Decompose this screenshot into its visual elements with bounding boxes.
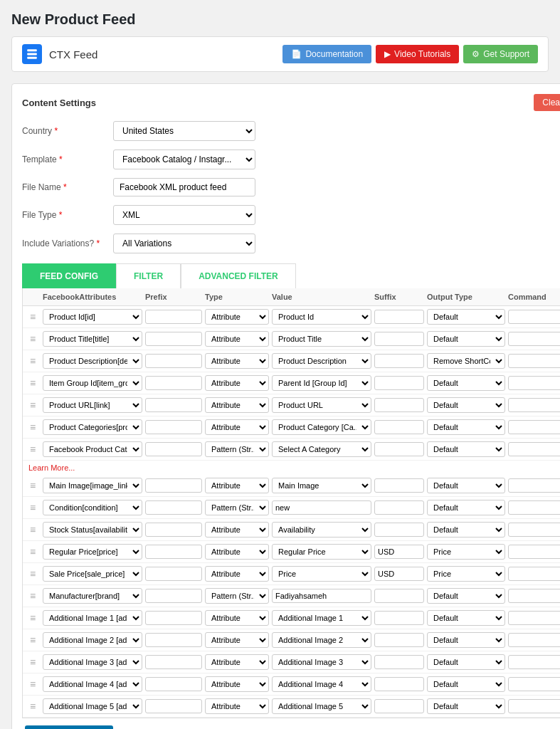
value-select[interactable]: Additional Image 1 <box>272 610 371 626</box>
drag-handle[interactable]: ≡ <box>26 634 40 646</box>
output-type-select[interactable]: Price <box>427 544 505 560</box>
command-input[interactable] <box>508 310 560 324</box>
file-type-select[interactable]: XML <box>113 205 255 225</box>
command-input[interactable] <box>508 611 560 625</box>
attr-select[interactable]: Product Categories[pro... <box>43 419 142 435</box>
output-type-select[interactable]: Default <box>427 309 505 325</box>
value-select[interactable]: Product URL <box>272 397 371 413</box>
get-support-button[interactable]: ⚙ Get Support <box>463 45 538 63</box>
prefix-input[interactable] <box>145 677 202 691</box>
attr-select[interactable]: Additional Image 1 [ad... <box>43 610 142 626</box>
output-type-select[interactable]: Default <box>427 632 505 648</box>
type-select[interactable]: Attribute <box>205 610 269 626</box>
attr-select[interactable]: Product Description[de... <box>43 353 142 369</box>
output-type-select[interactable]: Default <box>427 441 505 457</box>
suffix-input[interactable] <box>374 332 424 346</box>
prefix-input[interactable] <box>145 442 202 456</box>
output-type-select[interactable]: Price <box>427 566 505 582</box>
prefix-input[interactable] <box>145 354 202 368</box>
video-tutorials-button[interactable]: ▶ Video Tutorials <box>376 45 459 63</box>
command-input[interactable] <box>508 478 560 493</box>
country-select[interactable]: United States <box>113 121 255 141</box>
prefix-input[interactable] <box>145 398 202 412</box>
suffix-input[interactable] <box>374 500 424 515</box>
prefix-input[interactable] <box>145 376 202 390</box>
prefix-input[interactable] <box>145 589 202 603</box>
suffix-input[interactable] <box>374 523 424 537</box>
command-input[interactable] <box>508 589 560 603</box>
type-select[interactable]: Attribute <box>205 331 269 347</box>
type-select[interactable]: Attribute <box>205 522 269 537</box>
suffix-input[interactable] <box>374 478 424 493</box>
suffix-input[interactable] <box>374 545 424 559</box>
type-select[interactable]: Attribute <box>205 397 269 413</box>
output-type-select[interactable]: Default <box>427 375 505 391</box>
suffix-input[interactable] <box>374 655 424 669</box>
command-input[interactable] <box>508 442 560 456</box>
attr-select[interactable]: Product Id[id] <box>43 309 142 325</box>
tab-filter[interactable]: FILTER <box>116 263 181 288</box>
prefix-input[interactable] <box>145 699 202 713</box>
drag-handle[interactable]: ≡ <box>26 399 40 411</box>
attr-select[interactable]: Manufacturer[brand] <box>43 588 142 604</box>
drag-handle[interactable]: ≡ <box>26 546 40 557</box>
attr-select[interactable]: Product Title[title] <box>43 331 142 347</box>
tab-feed-config[interactable]: FEED CONFIG <box>22 263 116 288</box>
command-input[interactable] <box>508 545 560 559</box>
prefix-input[interactable] <box>145 420 202 434</box>
type-select[interactable]: Attribute <box>205 676 269 692</box>
type-select[interactable]: Pattern (Str... <box>205 588 269 604</box>
attr-select[interactable]: Item Group Id[item_grc... <box>43 375 142 391</box>
suffix-input[interactable] <box>374 677 424 691</box>
value-select[interactable]: Product Id <box>272 309 371 325</box>
command-input[interactable] <box>508 376 560 390</box>
type-select[interactable]: Attribute <box>205 654 269 670</box>
command-input[interactable] <box>508 677 560 691</box>
drag-handle[interactable]: ≡ <box>26 480 40 491</box>
prefix-input[interactable] <box>145 523 202 537</box>
value-select[interactable]: Parent Id [Group Id] <box>272 375 371 391</box>
type-select[interactable]: Attribute <box>205 309 269 325</box>
prefix-input[interactable] <box>145 332 202 346</box>
output-type-select[interactable]: Default <box>427 654 505 670</box>
attr-select[interactable]: Additional Image 2 [ad... <box>43 632 142 648</box>
prefix-input[interactable] <box>145 478 202 493</box>
type-select[interactable]: Attribute <box>205 419 269 435</box>
documentation-button[interactable]: 📄 Documentation <box>282 45 371 63</box>
value-input[interactable] <box>272 589 371 603</box>
value-select[interactable]: Product Title <box>272 331 371 347</box>
command-input[interactable] <box>508 332 560 346</box>
drag-handle[interactable]: ≡ <box>26 656 40 668</box>
output-type-select[interactable]: Default <box>427 331 505 347</box>
output-type-select[interactable]: Default <box>427 478 505 493</box>
value-input[interactable] <box>272 500 371 515</box>
prefix-input[interactable] <box>145 310 202 324</box>
type-select[interactable]: Attribute <box>205 353 269 369</box>
attr-select[interactable]: Sale Price[sale_price] <box>43 566 142 582</box>
prefix-input[interactable] <box>145 611 202 625</box>
prefix-input[interactable] <box>145 567 202 581</box>
attr-select[interactable]: Additional Image 5 [ad... <box>43 698 142 714</box>
suffix-input[interactable] <box>374 611 424 625</box>
attr-select[interactable]: Additional Image 3 [ad... <box>43 654 142 670</box>
drag-handle[interactable]: ≡ <box>26 377 40 389</box>
output-type-select[interactable]: Remove ShortCodes <box>427 353 505 369</box>
suffix-input[interactable] <box>374 442 424 456</box>
value-select[interactable]: Additional Image 3 <box>272 654 371 670</box>
suffix-input[interactable] <box>374 376 424 390</box>
suffix-input[interactable] <box>374 398 424 412</box>
attr-select[interactable]: Stock Status[availabilit... <box>43 522 142 537</box>
value-select[interactable]: Additional Image 4 <box>272 676 371 692</box>
attr-select[interactable]: Condition[condition] <box>43 500 142 515</box>
suffix-input[interactable] <box>374 589 424 603</box>
value-select[interactable]: Additional Image 2 <box>272 632 371 648</box>
command-input[interactable] <box>508 633 560 647</box>
command-input[interactable] <box>508 655 560 669</box>
template-select[interactable]: Facebook Catalog / Instagr... <box>113 150 255 169</box>
command-input[interactable] <box>508 523 560 537</box>
type-select[interactable]: Attribute <box>205 632 269 648</box>
suffix-input[interactable] <box>374 633 424 647</box>
drag-handle[interactable]: ≡ <box>26 355 40 367</box>
drag-handle[interactable]: ≡ <box>26 444 40 455</box>
suffix-input[interactable] <box>374 699 424 713</box>
